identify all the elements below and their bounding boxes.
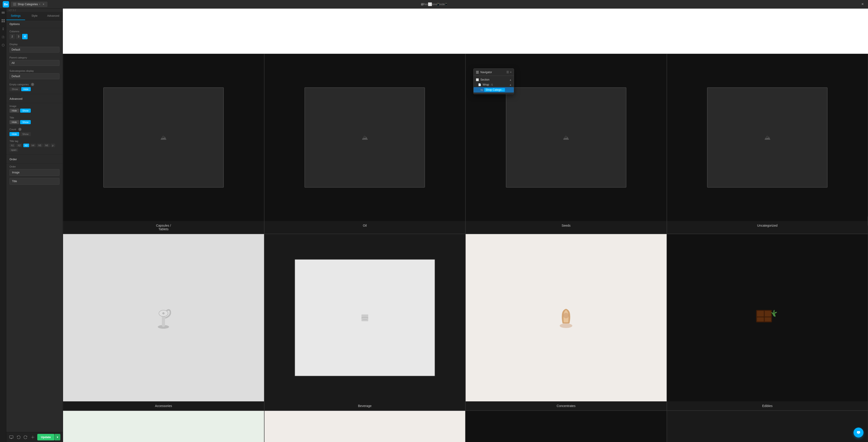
nav-section-collapse[interactable]: ▲ — [509, 78, 512, 81]
navigator-menu-icon[interactable]: ☰ — [506, 70, 509, 74]
bottom-toolbar: Update ▾ — [6, 432, 63, 442]
product-card-flower[interactable]: Flower — [63, 411, 264, 442]
mobile-small-icon[interactable]: 📱 — [444, 2, 448, 6]
redo-icon[interactable] — [23, 434, 28, 440]
canvas-dark-section: Capsules /Tablets Oil Seeds — [63, 54, 868, 442]
sidebar-icon-grid[interactable] — [1, 19, 5, 23]
tab-close-icon[interactable]: × — [41, 2, 45, 6]
empty-show-btn[interactable]: Show — [9, 87, 20, 91]
title-tag-label: Title tag — [9, 140, 59, 142]
col-btn-4[interactable]: 4 — [22, 34, 28, 39]
product-card-accessories[interactable]: Accessories — [63, 234, 264, 410]
tag-p[interactable]: p — [51, 143, 55, 147]
product-card-oil[interactable]: Oil — [264, 54, 466, 234]
nav-wrap-collapse[interactable]: ▲ — [509, 83, 512, 86]
update-button[interactable]: Update — [37, 434, 55, 440]
order-item-title[interactable]: Title — [9, 178, 59, 185]
tag-h3[interactable]: h3 — [23, 143, 29, 147]
title-hide-btn[interactable]: Hide — [9, 120, 19, 124]
placeholder-img-capsules — [103, 88, 224, 188]
title-show-btn[interactable]: Show — [20, 120, 31, 124]
image-hide-btn[interactable]: Hide — [9, 109, 19, 113]
canvas-area[interactable]: Capsules /Tablets Oil Seeds — [63, 8, 868, 442]
nav-shop-label: Shop Catego... — [484, 88, 505, 92]
product-card-topicals[interactable]: Topicals — [465, 411, 667, 442]
tag-h6[interactable]: h6 — [43, 143, 50, 147]
navigator-tree: ⬜ Section ▲ 📄 Wrap /1 ▲ 🛍 Shop Catego... — [473, 76, 514, 94]
mobile-icon[interactable]: 📱 — [436, 2, 440, 6]
product-card-concentrates[interactable]: Concentrates — [465, 234, 667, 410]
col-btn-3[interactable]: 3 — [16, 34, 21, 39]
settings-icon[interactable] — [30, 434, 35, 440]
product-card-edibles[interactable]: Edibles — [667, 234, 868, 410]
product-name-beverage: Beverage — [265, 401, 465, 410]
svg-rect-9 — [9, 436, 13, 438]
product-card-vapes[interactable]: Vapes — [667, 411, 868, 442]
order-row: Order Image Title — [6, 164, 63, 188]
panel-tabs: Settings Style Advanced — [6, 12, 63, 20]
order-item-image[interactable]: Image — [9, 169, 59, 176]
empty-categories-info-icon[interactable]: i — [31, 83, 34, 86]
canvas-white-top — [63, 8, 868, 54]
chat-fab-button[interactable] — [854, 428, 864, 438]
nav-tree-section[interactable]: ⬜ Section ▲ — [473, 77, 514, 82]
svg-rect-22 — [757, 317, 764, 321]
parent-category-select[interactable]: All None — [9, 60, 59, 66]
top-bar: Be Shop Categories ▾ × Responsive mode 🖥… — [0, 0, 868, 8]
svg-point-49 — [858, 432, 859, 433]
count-hide-btn[interactable]: Hide — [9, 132, 19, 136]
tab-item-shop-categories[interactable]: Shop Categories ▾ × — [11, 2, 48, 7]
sidebar-icon-shapes[interactable] — [1, 43, 5, 47]
tag-h4[interactable]: h4 — [30, 143, 36, 147]
count-info-icon[interactable]: i — [18, 128, 22, 131]
product-grid-row1: Capsules /Tablets Oil Seeds — [63, 54, 868, 234]
product-name-seeds: Seeds — [466, 221, 666, 230]
product-card-uncategorized[interactable]: Uncategorized — [667, 54, 868, 234]
display-row: Display Default Grid List — [6, 41, 63, 55]
product-name-oil: Oil — [265, 221, 465, 230]
nav-tree-wrap[interactable]: 📄 Wrap /1 ▲ — [473, 82, 514, 87]
settings-panel: v27.5.2 Settings Style Advanced ◀ Option… — [6, 8, 63, 442]
count-show-btn[interactable]: Show — [20, 132, 31, 136]
count-toggle: Hide Show — [9, 132, 59, 136]
svg-point-17 — [560, 324, 572, 328]
tablet-icon[interactable]: ⬜ — [428, 2, 432, 6]
desktop-view-icon[interactable] — [8, 434, 14, 440]
desktop-icon[interactable]: 🖥 — [420, 2, 424, 6]
tag-h2[interactable]: h2 — [16, 143, 22, 147]
sidebar-icon-arrows[interactable] — [1, 27, 5, 31]
tab-advanced[interactable]: Advanced — [44, 12, 63, 20]
display-select[interactable]: Default Grid List — [9, 47, 59, 53]
svg-point-11 — [32, 437, 33, 438]
svg-rect-5 — [2, 21, 3, 22]
tab-label: Shop Categories — [18, 3, 38, 6]
viewport-controls: 🖥 ⬜ 📱 📱 — [420, 2, 448, 6]
empty-hide-btn[interactable]: Hide — [21, 87, 31, 91]
navigator-close-icon[interactable]: × — [510, 70, 512, 74]
product-card-prerolls[interactable]: Pre-rolls — [264, 411, 466, 442]
update-dropdown-button[interactable]: ▾ — [55, 434, 60, 440]
tag-h1[interactable]: h1 — [9, 143, 16, 147]
tag-span[interactable]: span — [9, 148, 18, 152]
product-card-capsules[interactable]: Capsules /Tablets — [63, 54, 264, 234]
navigator-header: Navigator ☰ × — [473, 69, 514, 76]
be-logo[interactable]: Be — [3, 1, 9, 7]
navigator-title-row: Navigator — [476, 71, 492, 74]
image-show-btn[interactable]: Show — [20, 109, 31, 113]
subcategories-select[interactable]: Default Show Hide — [9, 73, 59, 79]
close-button[interactable]: × — [860, 2, 865, 7]
svg-rect-6 — [3, 21, 5, 22]
svg-point-7 — [3, 37, 4, 37]
tab-settings[interactable]: Settings — [6, 12, 25, 20]
nav-tree-shop[interactable]: 🛍 Shop Catego... — [473, 87, 514, 93]
svg-rect-4 — [3, 19, 5, 21]
sidebar-icon-layers[interactable] — [1, 10, 5, 15]
tab-style[interactable]: Style — [25, 12, 44, 20]
tag-h5[interactable]: h5 — [37, 143, 43, 147]
undo-icon[interactable] — [16, 434, 21, 440]
svg-rect-3 — [2, 19, 3, 21]
product-card-beverage[interactable]: Beverage — [264, 234, 466, 410]
col-btn-2[interactable]: 2 — [9, 34, 15, 39]
svg-rect-2 — [2, 13, 5, 13]
sidebar-icon-settings[interactable] — [1, 35, 5, 39]
